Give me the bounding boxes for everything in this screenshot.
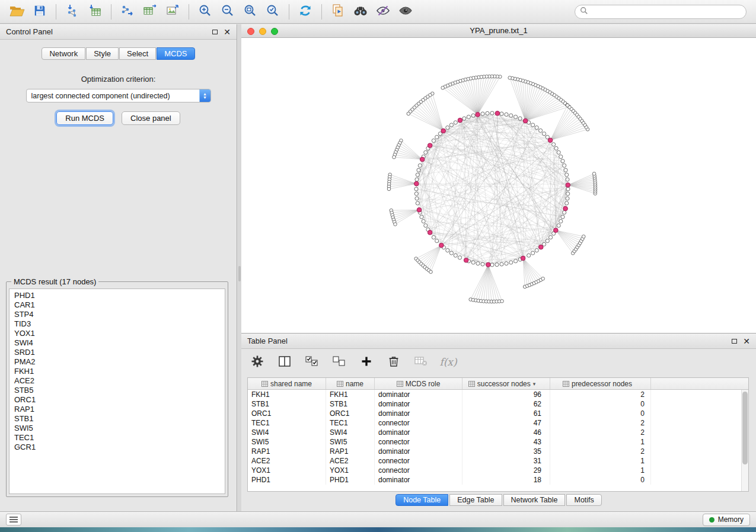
plus-icon (361, 356, 372, 368)
clear-table-button[interactable] (413, 354, 429, 370)
task-history-button[interactable] (6, 514, 21, 525)
delete-row-button[interactable] (386, 354, 401, 370)
column-header-mcds-role[interactable]: MCDS role (375, 378, 462, 389)
network-graph[interactable] (241, 39, 756, 333)
table-cell: SWI5 (326, 437, 375, 447)
table-row[interactable]: ORC1ORC1dominator610 (248, 409, 748, 418)
open-session-button[interactable] (6, 2, 28, 21)
table-row[interactable]: SWI5SWI5connector431 (248, 437, 748, 447)
export-table-button[interactable] (139, 2, 161, 21)
add-row-button[interactable] (359, 354, 374, 370)
mcds-result-item[interactable]: SRD1 (14, 348, 220, 357)
table-row[interactable]: YOX1YOX1connector291 (248, 466, 748, 475)
close-window-icon[interactable] (247, 28, 254, 35)
import-table-button[interactable] (84, 2, 106, 21)
export-network-button[interactable] (116, 2, 139, 21)
maximize-window-icon[interactable] (271, 28, 278, 35)
close-panel-button[interactable]: Close panel (122, 111, 180, 125)
mcds-result-item[interactable]: ACE2 (14, 376, 220, 386)
show-columns-button[interactable] (277, 354, 292, 370)
minimize-window-icon[interactable] (259, 28, 266, 35)
column-header-successor-nodes[interactable]: successor nodes ▾ (462, 378, 550, 389)
table-cell-filler (651, 428, 748, 437)
tab-network-table[interactable]: Network Table (503, 494, 566, 506)
network-titlebar[interactable]: YPA_prune.txt_1 (241, 24, 756, 38)
zoom-selected-button[interactable] (261, 2, 284, 21)
mcds-result-item[interactable]: STB5 (14, 386, 220, 395)
import-network-button[interactable] (61, 2, 84, 21)
column-header-predecessor-nodes[interactable]: predecessor nodes (550, 378, 651, 389)
memory-button[interactable]: Memory (703, 514, 750, 526)
table-row[interactable]: SWI4SWI4dominator462 (248, 428, 748, 437)
zoom-in-button[interactable] (194, 2, 216, 21)
table-row[interactable]: TEC1TEC1connector472 (248, 418, 748, 428)
mcds-result-item[interactable]: RAP1 (14, 405, 220, 414)
status-bar: Memory (0, 511, 756, 527)
open-folder-icon (9, 4, 25, 19)
columns-icon (279, 356, 291, 368)
mcds-result-item[interactable]: GCR1 (14, 443, 220, 452)
table-cell: 61 (462, 409, 550, 418)
find-button[interactable] (349, 2, 372, 21)
table-row[interactable]: RAP1RAP1dominator352 (248, 447, 748, 456)
close-table-panel-icon[interactable]: ✕ (743, 337, 750, 345)
search-box[interactable] (575, 5, 747, 19)
mcds-result-item[interactable]: STB1 (14, 414, 220, 424)
show-button[interactable] (394, 2, 417, 21)
table-cell: 29 (462, 466, 550, 475)
select-all-button[interactable] (304, 354, 320, 370)
tab-motifs[interactable]: Motifs (566, 494, 601, 506)
tab-mcds[interactable]: MCDS (157, 47, 194, 60)
mcds-result-item[interactable]: FKH1 (14, 367, 220, 376)
table-scrollbar-thumb[interactable] (742, 392, 748, 464)
criterion-select[interactable]: largest connected component (undirected)… (26, 89, 211, 102)
column-header-shared-name[interactable]: shared name (248, 378, 326, 389)
tab-network[interactable]: Network (42, 47, 85, 60)
mcds-result-item[interactable]: CAR1 (14, 300, 220, 310)
tab-node-table[interactable]: Node Table (395, 494, 448, 506)
mcds-result-item[interactable]: STP4 (14, 310, 220, 319)
clone-network-button[interactable] (327, 2, 349, 21)
deselect-all-button[interactable] (331, 354, 347, 370)
table-cell: SWI4 (326, 428, 375, 437)
tab-edge-table[interactable]: Edge Table (449, 494, 502, 506)
table-scrollbar[interactable] (741, 390, 748, 491)
column-header-name[interactable]: name (326, 378, 375, 389)
import-table-icon (88, 4, 102, 20)
zoom-fit-button[interactable] (239, 2, 261, 21)
zoom-fit-icon (243, 4, 257, 20)
search-input[interactable] (591, 8, 741, 16)
export-image-button[interactable] (161, 2, 184, 21)
run-mcds-button[interactable]: Run MCDS (56, 111, 113, 125)
float-table-panel-icon[interactable] (732, 339, 737, 344)
table-cell: dominator (375, 390, 462, 399)
mcds-result-item[interactable]: TEC1 (14, 433, 220, 443)
optimization-criterion-label: Optimization criterion: (0, 75, 237, 84)
refresh-button[interactable] (294, 2, 317, 21)
table-cell: dominator (375, 428, 462, 437)
save-session-button[interactable] (28, 2, 51, 21)
table-settings-button[interactable] (250, 354, 265, 370)
float-panel-icon[interactable] (212, 30, 218, 34)
mcds-result-item[interactable]: ORC1 (14, 395, 220, 405)
zoom-out-button[interactable] (216, 2, 239, 21)
mcds-result-item[interactable]: PMA2 (14, 357, 220, 367)
mcds-result-item[interactable]: SWI5 (14, 424, 220, 433)
mcds-result-list[interactable]: PHD1CAR1STP4TID3YOX1SWI4SRD1PMA2FKH1ACE2… (9, 289, 225, 494)
tab-select[interactable]: Select (119, 47, 156, 60)
table-row[interactable]: ACE2ACE2connector311 (248, 456, 748, 466)
table-cell: 0 (550, 475, 651, 485)
mcds-result-item[interactable]: SWI4 (14, 338, 220, 348)
import-network-icon (65, 4, 79, 20)
hide-button[interactable] (372, 2, 394, 21)
table-row[interactable]: PHD1PHD1dominator180 (248, 475, 748, 485)
mcds-result-item[interactable]: PHD1 (14, 291, 220, 300)
mcds-result-item[interactable]: TID3 (14, 319, 220, 329)
table-row[interactable]: STB1STB1dominator620 (248, 399, 748, 409)
tab-style[interactable]: Style (86, 47, 119, 60)
mcds-result-item[interactable]: YOX1 (14, 329, 220, 338)
table-row[interactable]: FKH1FKH1dominator962 (248, 390, 748, 399)
close-panel-icon[interactable]: ✕ (224, 28, 231, 36)
function-builder-button[interactable]: f(x) (441, 354, 456, 370)
network-canvas[interactable] (241, 39, 756, 333)
